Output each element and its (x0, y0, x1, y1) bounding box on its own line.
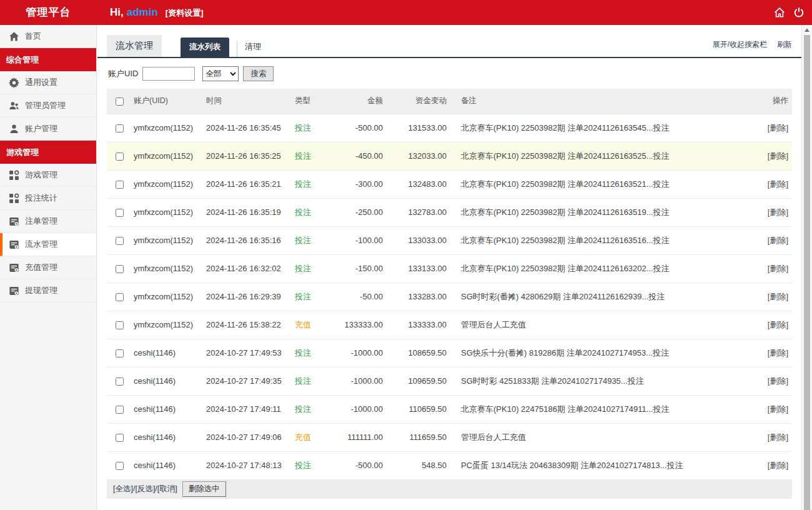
delete-link[interactable]: [删除] (768, 292, 788, 301)
select-toggle-links[interactable]: [全选]/[反选]/[取消] (113, 484, 177, 494)
cell-action: [删除] (748, 142, 792, 170)
row-checkbox[interactable] (116, 434, 124, 442)
tab-clean[interactable]: 清理 (237, 41, 269, 57)
cell-balance: 133283.00 (384, 282, 447, 311)
cell-type: 投注 (294, 114, 341, 142)
delete-link[interactable]: [删除] (768, 179, 788, 189)
row-checkbox[interactable] (116, 237, 124, 245)
table-row: ceshi(1146)2024-10-27 17:49:35投注-1000.00… (107, 367, 792, 395)
cell-account: ymfxzcom(1152) (133, 226, 205, 254)
home-icon[interactable] (774, 7, 785, 18)
cell-time: 2024-10-27 17:49:35 (205, 367, 294, 395)
cell-amount: -500.00 (341, 114, 384, 142)
cell-type: 投注 (294, 395, 341, 423)
cell-balance: 132783.00 (384, 198, 447, 226)
form-icon (9, 216, 19, 227)
cell-balance: 133033.00 (384, 226, 447, 254)
cell-time: 2024-11-26 16:35:19 (205, 198, 294, 226)
delete-link[interactable]: [删除] (768, 208, 788, 217)
type-filter-select[interactable]: 全部 (202, 66, 239, 81)
tab-flow-list[interactable]: 流水列表 (181, 38, 229, 57)
sidebar-item-flow-management[interactable]: 流水管理 (0, 233, 96, 256)
cell-action: [删除] (748, 198, 792, 226)
row-checkbox[interactable] (116, 124, 124, 132)
cell-amount: -150.00 (341, 254, 384, 282)
cell-account: ceshi(1146) (133, 395, 205, 423)
cell-account: ceshi(1146) (133, 451, 205, 479)
type-badge: 投注 (295, 208, 311, 217)
row-checkbox[interactable] (116, 181, 124, 189)
column-header-action: 操作 (748, 89, 792, 114)
sidebar-item-bet-stats[interactable]: 投注统计 (0, 187, 96, 210)
cell-checkbox (107, 282, 133, 311)
sidebar-section-general-group: 综合管理 (0, 48, 96, 71)
sidebar-item-admin-management[interactable]: 管理员管理 (0, 94, 96, 118)
type-badge: 投注 (295, 292, 311, 301)
row-checkbox[interactable] (116, 265, 124, 273)
scrollbar-thumb[interactable] (804, 35, 810, 510)
power-icon[interactable] (793, 7, 805, 18)
greeting-prefix: Hi, (110, 6, 124, 18)
type-badge: 投注 (295, 264, 311, 273)
toggle-search-link[interactable]: 展开/收起搜索栏 (713, 39, 767, 50)
cell-remark: 北京赛车(PK10) 22503982期 注单20241126163545...… (447, 114, 748, 142)
delete-link[interactable]: [删除] (768, 376, 788, 386)
row-checkbox[interactable] (116, 293, 124, 301)
column-header-account: 账户(UID) (133, 89, 205, 114)
table-row: ymfxzcom(1152)2024-11-26 15:38:22充值13333… (107, 311, 792, 339)
refresh-link[interactable]: 刷新 (777, 39, 792, 50)
row-checkbox[interactable] (116, 349, 124, 358)
sidebar-item-general-settings[interactable]: 通用设置 (0, 71, 96, 94)
scroll-up-icon[interactable] (805, 28, 810, 32)
delete-link[interactable]: [删除] (768, 404, 788, 414)
table-row: ymfxzcom(1152)2024-11-26 16:29:39投注-50.0… (107, 282, 792, 311)
cell-balance: 132033.00 (384, 142, 447, 170)
delete-link[interactable]: [删除] (768, 236, 788, 245)
row-checkbox[interactable] (116, 406, 124, 414)
cell-time: 2024-10-27 17:49:06 (205, 423, 294, 451)
search-button[interactable]: 搜索 (243, 66, 274, 81)
delete-link[interactable]: [删除] (768, 348, 788, 358)
brand-title: 管理平台 (0, 0, 97, 25)
table-row: ceshi(1146)2024-10-27 17:49:53投注-1000.00… (107, 339, 792, 367)
delete-link[interactable]: [删除] (768, 432, 788, 442)
sidebar-item-account-management[interactable]: 账户管理 (0, 118, 96, 141)
sidebar-item-label: 提现管理 (25, 285, 57, 296)
sidebar-item-withdraw-management[interactable]: 提现管理 (0, 279, 96, 302)
table-row: ymfxzcom(1152)2024-11-26 16:35:25投注-450.… (107, 142, 792, 170)
row-checkbox[interactable] (116, 378, 124, 386)
row-checkbox[interactable] (116, 321, 124, 329)
tab-bar: 流水管理 流水列表 清理 展开/收起搜索栏 刷新 (97, 35, 801, 58)
cell-account: ymfxzcom(1152) (133, 142, 205, 170)
user-icon (9, 124, 19, 134)
account-uid-input[interactable] (142, 67, 195, 81)
delete-selected-button[interactable]: 删除选中 (182, 481, 226, 497)
row-checkbox[interactable] (116, 462, 124, 470)
sidebar-item-home[interactable]: 首页 (0, 25, 96, 48)
form-icon (9, 239, 19, 250)
cell-type: 投注 (294, 254, 341, 282)
cell-checkbox (107, 170, 133, 198)
vertical-scrollbar[interactable] (801, 25, 812, 510)
delete-link[interactable]: [删除] (768, 461, 788, 470)
cell-action: [删除] (748, 170, 792, 198)
cell-checkbox (107, 451, 133, 479)
cell-remark: 北京赛车(PK10) 22503982期 注单20241126163516...… (447, 226, 748, 254)
cell-amount: -250.00 (341, 198, 384, 226)
cell-time: 2024-11-26 16:35:16 (205, 226, 294, 254)
row-checkbox[interactable] (116, 209, 124, 217)
sidebar-item-recharge-management[interactable]: 充值管理 (0, 256, 96, 279)
delete-link[interactable]: [删除] (768, 264, 788, 273)
sidebar-item-game-management[interactable]: 游戏管理 (0, 164, 96, 187)
cell-remark: SG快乐十分(番摊) 819286期 注单20241027174953...投注 (447, 339, 748, 367)
sidebar-item-order-management[interactable]: 注单管理 (0, 210, 96, 233)
delete-link[interactable]: [删除] (768, 123, 788, 132)
delete-link[interactable]: [删除] (768, 320, 788, 329)
cell-type: 投注 (294, 198, 341, 226)
delete-link[interactable]: [删除] (768, 151, 788, 161)
profile-settings-link[interactable]: [资料设置] (166, 8, 204, 18)
select-all-checkbox[interactable] (116, 98, 124, 106)
row-checkbox[interactable] (116, 152, 124, 161)
sidebar-item-label: 游戏管理 (25, 169, 57, 181)
table-row: ymfxzcom(1152)2024-11-26 16:35:19投注-250.… (107, 198, 792, 226)
